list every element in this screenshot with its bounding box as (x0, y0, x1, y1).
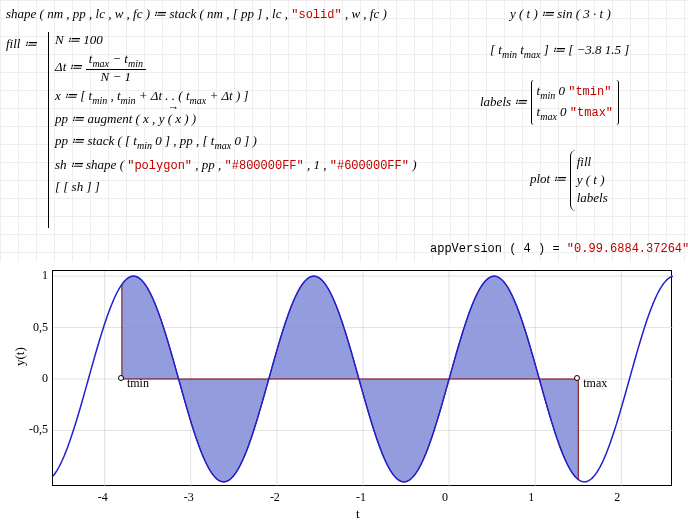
string-solid: "solid" (291, 8, 341, 22)
y-axis-label: y(t) (12, 347, 28, 366)
x-tick: 1 (528, 490, 534, 505)
x-tick: 2 (614, 490, 620, 505)
N-line: N ≔ 100 (55, 32, 103, 47)
plot-chart: y(t) t -4-3-2-1012 -0,500,51 tmintmax (8, 266, 680, 524)
labels-def: labels ≔ tmin 0 "tmin" tmax 0 "tmax" (480, 80, 619, 125)
dt-frac: tmax − tmin N − 1 (86, 52, 146, 84)
y-def: y ( t ) ≔ sin ( 3 · t ) (510, 6, 611, 22)
x-tick: -3 (184, 490, 194, 505)
tminmax-def: [ tmin tmax ] ≔ [ −3.8 1.5 ] (490, 42, 629, 60)
text: y ( t ) ≔ sin ( 3 · t ) (510, 6, 611, 21)
y-tick: -0,5 (18, 422, 48, 437)
math-worksheet: shape ( nm , pp , lc , w , fc ) ≔ stack … (0, 0, 688, 262)
vectorize: y ( x ) (159, 111, 189, 127)
plot-def: plot ≔ fill y ( t ) labels (530, 150, 608, 211)
y-tick: 1 (18, 268, 48, 283)
text: shape ( nm , pp , lc , w , fc ) ≔ stack … (6, 6, 291, 21)
marker-label-tmax: tmax (583, 376, 607, 391)
plot-brace: fill y ( t ) labels (570, 150, 608, 211)
labels-matrix: tmin 0 "tmin" tmax 0 "tmax" (531, 80, 620, 125)
y-tick: 0 (18, 371, 48, 386)
text: , w , fc ) (342, 6, 387, 21)
marker-label-tmin: tmin (127, 376, 149, 391)
shape-def: shape ( nm , pp , lc , w , fc ) ≔ stack … (6, 6, 387, 22)
x-tick: 0 (442, 490, 448, 505)
marker-tmin (118, 375, 124, 381)
x-axis-label: t (356, 506, 360, 522)
text: fill ≔ (6, 36, 37, 51)
sh-output: [ [ sh ] ] (55, 179, 100, 194)
x-tick: -1 (356, 490, 366, 505)
x-tick: -2 (270, 490, 280, 505)
app-version: appVersion ( 4 ) = "0.99.6884.37264" (430, 242, 688, 256)
fill-body: N ≔ 100 Δt ≔ tmax − tmin N − 1 x ≔ [ tmi… (48, 32, 417, 228)
y-tick: 0,5 (18, 320, 48, 335)
x-tick: -4 (98, 490, 108, 505)
svg-marker-11 (122, 276, 578, 482)
dt-lhs: Δt ≔ (55, 59, 86, 74)
fill-lhs: fill ≔ (6, 36, 37, 52)
